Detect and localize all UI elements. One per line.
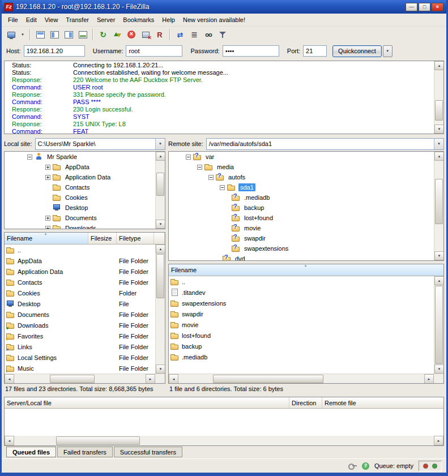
file-row[interactable]: AppDataFile Folder xyxy=(5,255,155,266)
local-list-hscrollbar[interactable]: ◄ ► xyxy=(5,374,155,384)
tree-item[interactable]: Downloads xyxy=(5,223,155,229)
titlebar[interactable]: Fz 192.168.1.20 - root@192.168.1.20 - Fi… xyxy=(2,0,446,14)
file-row[interactable]: .titandev xyxy=(169,287,434,298)
password-input[interactable] xyxy=(223,45,279,57)
scroll-thumb[interactable] xyxy=(50,375,95,383)
toggle-remote-tree-button[interactable] xyxy=(62,28,75,41)
file-row[interactable]: .. xyxy=(169,276,434,287)
expand-icon[interactable] xyxy=(45,165,50,170)
scroll-thumb[interactable] xyxy=(435,179,443,224)
remote-site-combo[interactable]: /var/media/autofs/sda1 ▼ xyxy=(206,138,444,150)
tree-item[interactable]: autofs xyxy=(169,172,434,182)
chevron-down-icon[interactable]: ▼ xyxy=(155,139,165,149)
scroll-left-button[interactable]: ◄ xyxy=(5,436,14,445)
file-row[interactable]: CookiesFolder xyxy=(5,288,155,298)
tree-item[interactable]: dvd xyxy=(169,254,434,260)
remote-list-scrollbar[interactable]: ▲ ▼ xyxy=(434,276,443,374)
file-row[interactable]: ▼DownloadsFile Folder xyxy=(5,320,155,331)
tree-item[interactable]: movie xyxy=(169,223,434,233)
file-row[interactable]: ↗LinksFile Folder xyxy=(5,341,155,352)
scroll-left-button[interactable]: ◄ xyxy=(5,374,14,384)
scroll-right-button[interactable]: ► xyxy=(146,374,155,384)
tab-failed-transfers[interactable]: Failed transfers xyxy=(57,447,113,457)
collapse-icon[interactable] xyxy=(27,155,32,160)
scroll-down-button[interactable]: ▼ xyxy=(434,125,444,134)
file-row[interactable]: lost+found xyxy=(169,330,434,341)
log-scrollbar[interactable]: ▲ ▼ xyxy=(434,61,443,134)
tree-item[interactable]: Documents xyxy=(5,213,155,223)
encryption-key-icon[interactable] xyxy=(348,463,357,469)
tree-item[interactable]: Application Data xyxy=(5,172,155,182)
file-row[interactable]: Application DataFile Folder xyxy=(5,266,155,277)
column-header-filename[interactable]: ▲Filename xyxy=(5,233,88,244)
site-manager-button[interactable] xyxy=(5,28,18,41)
reconnect-button[interactable] xyxy=(153,28,167,41)
scroll-up-button[interactable]: ▲ xyxy=(434,61,444,70)
quickconnect-button[interactable]: Quickconnect xyxy=(332,45,382,57)
toggle-log-button[interactable] xyxy=(33,28,47,41)
quickconnect-dropdown-button[interactable]: ▼ xyxy=(383,45,392,57)
toggle-queue-button[interactable] xyxy=(76,28,89,41)
tree-item[interactable]: AppData xyxy=(5,162,155,172)
column-header-filename[interactable]: ▲Filename xyxy=(169,264,443,276)
tab-successful-transfers[interactable]: Successful transfers xyxy=(114,447,182,457)
scroll-left-button[interactable]: ◄ xyxy=(169,374,178,384)
menu-bookmarks[interactable]: Bookmarks xyxy=(119,15,158,25)
collapse-icon[interactable] xyxy=(208,175,214,180)
expand-icon[interactable] xyxy=(45,175,50,180)
cancel-button[interactable] xyxy=(125,28,138,41)
site-manager-dropdown-button[interactable] xyxy=(19,28,27,41)
tree-item[interactable]: Mr Sparkle xyxy=(5,152,155,162)
file-row[interactable]: ★FavoritesFile Folder xyxy=(5,331,155,341)
collapse-icon[interactable] xyxy=(197,165,202,170)
file-row[interactable]: .. xyxy=(5,245,155,255)
menu-server[interactable]: Server xyxy=(93,15,119,25)
file-row[interactable]: DocumentsFile Folder xyxy=(5,309,155,320)
scroll-thumb[interactable] xyxy=(56,436,140,445)
tree-item[interactable]: lost+found xyxy=(169,213,434,223)
scroll-down-button[interactable]: ▼ xyxy=(156,220,165,229)
find-files-button[interactable] xyxy=(202,28,215,41)
host-input[interactable] xyxy=(24,45,85,57)
column-header-filetype[interactable]: Filetype xyxy=(117,233,154,244)
disconnect-button[interactable] xyxy=(139,28,152,41)
file-row[interactable]: swapdir xyxy=(169,308,434,319)
menu-transfer[interactable]: Transfer xyxy=(62,15,93,25)
synchronized-browsing-button[interactable] xyxy=(173,28,187,41)
file-row[interactable]: .mediadb xyxy=(169,351,434,362)
queue-hscrollbar[interactable]: ◄ ► xyxy=(5,436,443,445)
local-tree-scrollbar[interactable]: ▲ ▼ xyxy=(155,152,165,229)
file-row[interactable]: DesktopFile xyxy=(5,298,155,309)
file-row[interactable]: movie xyxy=(169,319,434,330)
collapse-icon[interactable] xyxy=(220,185,225,190)
toggle-local-tree-button[interactable] xyxy=(48,28,61,41)
menu-file[interactable]: File xyxy=(4,15,22,25)
expand-icon[interactable] xyxy=(45,226,50,229)
tree-item[interactable]: swapdir xyxy=(169,233,434,243)
chevron-down-icon[interactable]: ▼ xyxy=(434,139,443,149)
tree-item[interactable]: swapextensions xyxy=(169,243,434,254)
process-queue-button[interactable] xyxy=(110,28,124,41)
column-header-direction[interactable]: Direction xyxy=(289,397,322,408)
tree-item-selected[interactable]: sda1 xyxy=(169,182,434,192)
tree-item[interactable]: backup xyxy=(169,203,434,213)
file-row[interactable]: ContactsFile Folder xyxy=(5,277,155,288)
filter-button[interactable] xyxy=(216,28,229,41)
collapse-icon[interactable] xyxy=(186,155,191,160)
file-row[interactable]: swapextensions xyxy=(169,298,434,308)
scroll-thumb[interactable] xyxy=(156,254,164,298)
scroll-right-button[interactable]: ► xyxy=(434,436,443,445)
tab-queued-files[interactable]: Queued files xyxy=(6,447,56,457)
maximize-button[interactable]: □ xyxy=(419,3,430,11)
refresh-button[interactable] xyxy=(96,28,110,41)
local-site-combo[interactable]: C:\Users\Mr Sparkle\ ▼ xyxy=(35,138,165,150)
file-row[interactable]: backup xyxy=(169,341,434,351)
scroll-thumb[interactable] xyxy=(156,173,164,196)
file-row[interactable]: Local SettingsFile Folder xyxy=(5,352,155,363)
menu-new-version[interactable]: New version available! xyxy=(179,15,249,25)
menu-edit[interactable]: Edit xyxy=(22,15,41,25)
column-header-remote-file[interactable]: Remote file xyxy=(322,397,443,408)
scroll-up-button[interactable]: ▲ xyxy=(434,276,443,285)
minimize-button[interactable]: — xyxy=(406,3,417,11)
scroll-up-button[interactable]: ▲ xyxy=(156,152,165,161)
